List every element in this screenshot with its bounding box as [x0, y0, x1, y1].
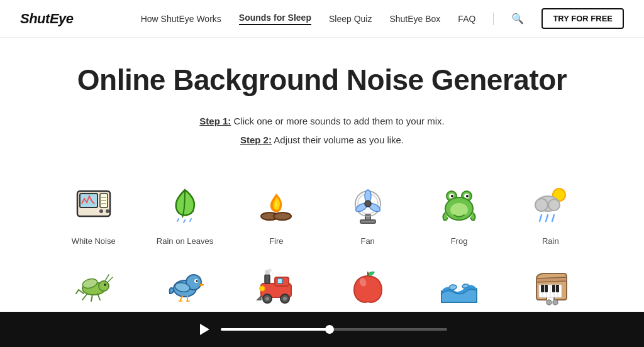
sound-item-fan[interactable]: Fan — [325, 172, 411, 253]
cirkets-icon — [69, 261, 119, 311]
svg-point-63 — [283, 297, 287, 300]
svg-rect-75 — [541, 285, 544, 292]
svg-point-7 — [106, 209, 109, 213]
fan-icon — [343, 180, 393, 230]
sound-grid: White Noise Rain on Leaves — [50, 172, 594, 334]
svg-point-26 — [466, 195, 469, 197]
fire-icon — [251, 180, 301, 230]
nav-links: How ShutEye Works Sounds for Sleep Sleep… — [141, 8, 624, 29]
search-icon[interactable]: 🔍 — [511, 13, 524, 25]
white-noise-label: White Noise — [72, 236, 116, 246]
rain-icon — [525, 180, 575, 230]
nav-faq[interactable]: FAQ — [458, 14, 475, 24]
frog-icon — [434, 180, 484, 230]
svg-line-9 — [184, 220, 185, 223]
svg-line-35 — [552, 215, 554, 221]
svg-line-34 — [546, 215, 548, 221]
svg-line-8 — [177, 219, 179, 221]
sound-item-fire[interactable]: Fire — [233, 172, 319, 253]
sound-item-frog[interactable]: Frog — [416, 172, 502, 253]
svg-point-48 — [196, 280, 197, 282]
svg-line-10 — [190, 219, 191, 221]
train-icon — [251, 261, 301, 311]
svg-point-20 — [365, 201, 371, 207]
svg-point-61 — [265, 297, 269, 300]
step2-text: Adjust their volume as you like. — [274, 135, 404, 145]
svg-rect-78 — [556, 285, 559, 292]
fire-label: Fire — [269, 236, 283, 246]
play-button[interactable] — [197, 322, 211, 336]
svg-point-67 — [448, 284, 457, 290]
step1-label: Step 1: — [199, 116, 231, 126]
svg-rect-57 — [265, 275, 270, 284]
try-free-button[interactable]: TRY FOR FREE — [541, 8, 624, 29]
page-title: Online Background Noise Generator — [50, 63, 594, 97]
fan-label: Fan — [360, 236, 374, 246]
steps-description: Step 1: Click one or more sounds to add … — [50, 112, 594, 150]
svg-line-33 — [540, 215, 541, 221]
svg-rect-1 — [80, 194, 97, 207]
svg-point-25 — [451, 195, 453, 197]
svg-point-6 — [99, 209, 103, 213]
step2-label: Step 2: — [240, 135, 272, 145]
svg-point-32 — [548, 199, 560, 211]
player-bar — [0, 312, 644, 347]
bird-icon — [160, 261, 210, 311]
nav-divider — [493, 13, 494, 25]
svg-point-38 — [104, 284, 106, 286]
piano-icon — [525, 261, 575, 311]
svg-line-41 — [108, 277, 113, 282]
sound-item-rain-on-leaves[interactable]: Rain on Leaves — [142, 172, 228, 253]
svg-point-12 — [274, 212, 291, 220]
frog-label: Frog — [451, 236, 468, 246]
step1-description: Step 1: Click one or more sounds to add … — [50, 112, 594, 131]
nav-how-it-works[interactable]: How ShutEye Works — [141, 14, 221, 24]
rain-label: Rain — [542, 236, 559, 246]
svg-line-43 — [91, 295, 92, 301]
svg-point-64 — [260, 286, 265, 291]
rain-on-leaves-icon — [160, 180, 210, 230]
nav-shuteye-box[interactable]: ShutEye Box — [389, 14, 440, 24]
white-noise-icon — [69, 180, 119, 230]
svg-line-42 — [82, 294, 87, 300]
progress-fill — [221, 328, 330, 331]
navigation: ShutEye How ShutEye Works Sounds for Sle… — [0, 0, 644, 38]
nav-sounds-sleep[interactable]: Sounds for Sleep — [239, 13, 311, 25]
nav-sleep-quiz[interactable]: Sleep Quiz — [329, 14, 372, 24]
svg-point-28 — [450, 203, 468, 217]
svg-point-31 — [535, 199, 548, 211]
step2-description: Step 2: Adjust their volume as you like. — [50, 131, 594, 150]
svg-marker-81 — [200, 324, 209, 335]
svg-point-59 — [268, 268, 272, 272]
svg-point-80 — [553, 300, 558, 305]
svg-rect-14 — [360, 220, 375, 223]
rain-on-leaves-label: Rain on Leaves — [157, 236, 213, 246]
svg-rect-77 — [552, 285, 555, 292]
svg-line-40 — [105, 275, 109, 281]
main-content: Online Background Noise Generator Step 1… — [0, 38, 644, 347]
progress-thumb — [325, 325, 334, 334]
step1-text: Click one or more sounds to add them to … — [234, 116, 445, 126]
progress-track[interactable] — [221, 328, 447, 331]
apple-icon — [343, 261, 393, 311]
svg-rect-76 — [545, 285, 548, 292]
svg-rect-56 — [277, 278, 282, 284]
logo[interactable]: ShutEye — [20, 11, 74, 27]
ocean-icon — [434, 261, 484, 311]
sound-item-white-noise[interactable]: White Noise — [50, 172, 136, 253]
sound-item-rain[interactable]: Rain — [508, 172, 594, 253]
svg-point-79 — [547, 300, 552, 305]
